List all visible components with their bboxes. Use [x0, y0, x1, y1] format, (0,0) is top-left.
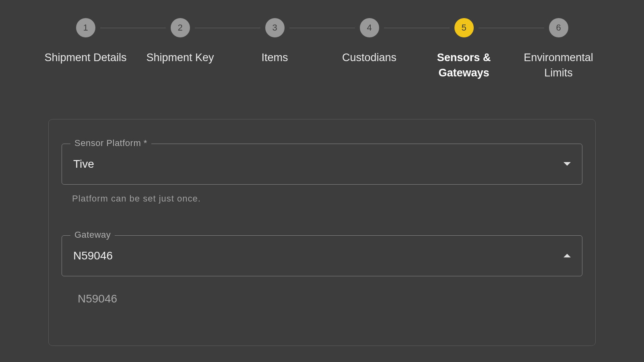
step-custodians[interactable]: 4 Custodians: [322, 18, 417, 66]
sensor-platform-select[interactable]: Tive: [62, 144, 582, 185]
sensor-platform-value: Tive: [73, 158, 94, 171]
step-label: Shipment Key: [146, 50, 214, 66]
step-shipment-key[interactable]: 2 Shipment Key: [133, 18, 227, 66]
stepper: 1 Shipment Details 2 Shipment Key 3 Item…: [8, 0, 636, 81]
step-connector: [384, 28, 450, 28]
step-items[interactable]: 3 Items: [227, 18, 322, 66]
step-number: 4: [360, 18, 379, 37]
step-number: 3: [265, 18, 285, 37]
gateway-option[interactable]: N59046: [78, 288, 566, 309]
step-number: 5: [454, 18, 474, 37]
sensors-gateways-form-panel: Sensor Platform * Tive Platform can be s…: [48, 119, 596, 346]
sensor-platform-field: Sensor Platform * Tive Platform can be s…: [62, 144, 582, 204]
step-connector: [479, 28, 544, 28]
step-shipment-details[interactable]: 1 Shipment Details: [38, 18, 133, 66]
gateway-label: Gateway: [70, 230, 115, 240]
chevron-up-icon: [564, 254, 571, 257]
step-number: 1: [76, 18, 95, 37]
step-connector: [100, 28, 166, 28]
step-connector: [195, 28, 260, 28]
gateway-select[interactable]: N59046: [62, 235, 582, 276]
chevron-down-icon: [564, 162, 571, 166]
step-label: Environmental Limits: [514, 50, 603, 81]
step-label: Custodians: [342, 50, 396, 66]
step-number: 6: [549, 18, 568, 37]
sensor-platform-helper: Platform can be set just once.: [72, 193, 582, 204]
sensor-platform-label: Sensor Platform *: [70, 138, 151, 148]
step-connector: [289, 28, 355, 28]
step-label: Items: [261, 50, 288, 66]
gateway-value: N59046: [73, 249, 113, 262]
gateway-field: Gateway N59046 N59046: [62, 235, 582, 318]
gateway-dropdown-list: N59046: [62, 280, 582, 318]
step-label: Sensors & Gateways: [420, 50, 508, 81]
step-number: 2: [171, 18, 190, 37]
step-label: Shipment Details: [44, 50, 126, 66]
